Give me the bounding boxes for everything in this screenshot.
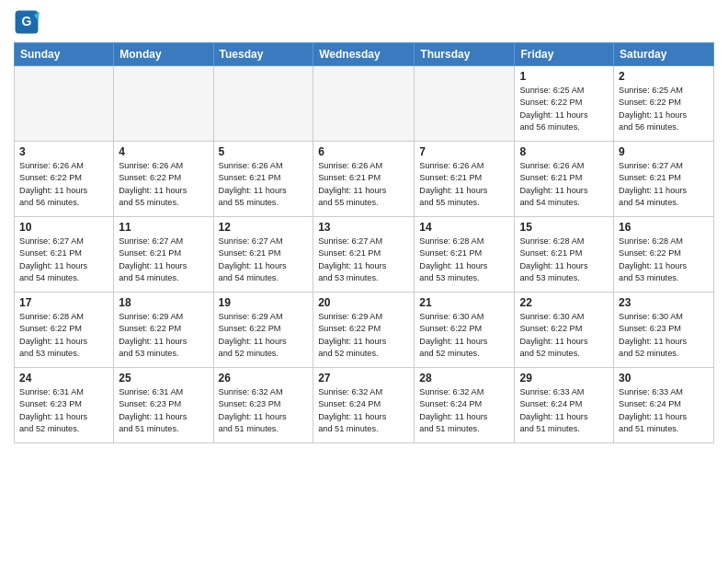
- day-number: 26: [219, 372, 309, 385]
- day-cell: 6Sunrise: 6:26 AM Sunset: 6:21 PM Daylig…: [313, 142, 415, 217]
- weekday-header-saturday: Saturday: [614, 43, 714, 66]
- day-cell: 1Sunrise: 6:25 AM Sunset: 6:22 PM Daylig…: [515, 66, 614, 142]
- day-info: Sunrise: 6:28 AM Sunset: 6:21 PM Dayligh…: [419, 236, 487, 282]
- day-info: Sunrise: 6:27 AM Sunset: 6:21 PM Dayligh…: [119, 236, 187, 282]
- day-cell: 23Sunrise: 6:30 AM Sunset: 6:23 PM Dayli…: [614, 293, 714, 368]
- day-number: 14: [419, 221, 509, 234]
- day-info: Sunrise: 6:25 AM Sunset: 6:22 PM Dayligh…: [519, 86, 587, 132]
- day-cell: 7Sunrise: 6:26 AM Sunset: 6:21 PM Daylig…: [415, 142, 515, 217]
- day-info: Sunrise: 6:28 AM Sunset: 6:21 PM Dayligh…: [519, 236, 587, 282]
- day-number: 27: [318, 372, 409, 385]
- weekday-header-row: SundayMondayTuesdayWednesdayThursdayFrid…: [15, 43, 714, 66]
- day-cell: 18Sunrise: 6:29 AM Sunset: 6:22 PM Dayli…: [114, 293, 213, 368]
- day-cell: 2Sunrise: 6:25 AM Sunset: 6:22 PM Daylig…: [614, 66, 714, 142]
- day-info: Sunrise: 6:32 AM Sunset: 6:24 PM Dayligh…: [419, 387, 487, 433]
- day-number: 9: [619, 145, 709, 158]
- week-row-1: 1Sunrise: 6:25 AM Sunset: 6:22 PM Daylig…: [15, 66, 714, 142]
- logo-icon: G: [14, 9, 40, 35]
- day-number: 1: [519, 70, 609, 83]
- day-cell: [213, 66, 313, 142]
- day-cell: 13Sunrise: 6:27 AM Sunset: 6:21 PM Dayli…: [313, 217, 415, 293]
- weekday-header-wednesday: Wednesday: [313, 43, 415, 66]
- day-cell: 16Sunrise: 6:28 AM Sunset: 6:22 PM Dayli…: [614, 217, 714, 293]
- day-cell: 24Sunrise: 6:31 AM Sunset: 6:23 PM Dayli…: [15, 368, 114, 443]
- day-number: 4: [119, 145, 208, 158]
- day-number: 23: [619, 296, 709, 309]
- day-number: 28: [419, 372, 509, 385]
- day-number: 8: [519, 145, 609, 158]
- day-number: 15: [519, 221, 609, 234]
- day-cell: 12Sunrise: 6:27 AM Sunset: 6:21 PM Dayli…: [213, 217, 313, 293]
- day-cell: [15, 66, 114, 142]
- weekday-header-tuesday: Tuesday: [213, 43, 313, 66]
- day-number: 11: [119, 221, 208, 234]
- day-cell: 20Sunrise: 6:29 AM Sunset: 6:22 PM Dayli…: [313, 293, 415, 368]
- day-number: 3: [19, 145, 108, 158]
- day-info: Sunrise: 6:33 AM Sunset: 6:24 PM Dayligh…: [619, 387, 687, 433]
- week-row-2: 3Sunrise: 6:26 AM Sunset: 6:22 PM Daylig…: [15, 142, 714, 217]
- day-number: 10: [19, 221, 108, 234]
- day-info: Sunrise: 6:26 AM Sunset: 6:21 PM Dayligh…: [219, 161, 287, 207]
- day-info: Sunrise: 6:31 AM Sunset: 6:23 PM Dayligh…: [119, 387, 187, 433]
- day-cell: 22Sunrise: 6:30 AM Sunset: 6:22 PM Dayli…: [515, 293, 614, 368]
- day-info: Sunrise: 6:29 AM Sunset: 6:22 PM Dayligh…: [119, 312, 187, 358]
- day-info: Sunrise: 6:29 AM Sunset: 6:22 PM Dayligh…: [318, 312, 386, 358]
- day-cell: 5Sunrise: 6:26 AM Sunset: 6:21 PM Daylig…: [213, 142, 313, 217]
- day-number: 17: [19, 296, 108, 309]
- day-number: 18: [119, 296, 208, 309]
- day-info: Sunrise: 6:27 AM Sunset: 6:21 PM Dayligh…: [19, 236, 87, 282]
- calendar: SundayMondayTuesdayWednesdayThursdayFrid…: [14, 42, 714, 443]
- weekday-header-friday: Friday: [515, 43, 614, 66]
- day-number: 2: [619, 70, 709, 83]
- day-info: Sunrise: 6:26 AM Sunset: 6:22 PM Dayligh…: [119, 161, 187, 207]
- day-info: Sunrise: 6:32 AM Sunset: 6:23 PM Dayligh…: [219, 387, 287, 433]
- day-number: 25: [119, 372, 208, 385]
- day-info: Sunrise: 6:26 AM Sunset: 6:21 PM Dayligh…: [519, 161, 587, 207]
- day-cell: 9Sunrise: 6:27 AM Sunset: 6:21 PM Daylig…: [614, 142, 714, 217]
- day-number: 29: [519, 372, 609, 385]
- day-number: 12: [219, 221, 309, 234]
- day-number: 13: [318, 221, 409, 234]
- day-number: 20: [318, 296, 409, 309]
- day-info: Sunrise: 6:28 AM Sunset: 6:22 PM Dayligh…: [619, 236, 687, 282]
- day-cell: 17Sunrise: 6:28 AM Sunset: 6:22 PM Dayli…: [15, 293, 114, 368]
- day-info: Sunrise: 6:25 AM Sunset: 6:22 PM Dayligh…: [619, 86, 687, 132]
- day-info: Sunrise: 6:26 AM Sunset: 6:22 PM Dayligh…: [19, 161, 87, 207]
- day-cell: [114, 66, 213, 142]
- weekday-header-monday: Monday: [114, 43, 213, 66]
- day-info: Sunrise: 6:28 AM Sunset: 6:22 PM Dayligh…: [19, 312, 87, 358]
- logo: G: [14, 9, 42, 35]
- weekday-header-sunday: Sunday: [15, 43, 114, 66]
- day-number: 21: [419, 296, 509, 309]
- day-info: Sunrise: 6:30 AM Sunset: 6:23 PM Dayligh…: [619, 312, 687, 358]
- day-number: 5: [219, 145, 309, 158]
- day-info: Sunrise: 6:27 AM Sunset: 6:21 PM Dayligh…: [219, 236, 287, 282]
- day-cell: 10Sunrise: 6:27 AM Sunset: 6:21 PM Dayli…: [15, 217, 114, 293]
- day-number: 6: [318, 145, 409, 158]
- day-info: Sunrise: 6:31 AM Sunset: 6:23 PM Dayligh…: [19, 387, 87, 433]
- day-cell: 29Sunrise: 6:33 AM Sunset: 6:24 PM Dayli…: [515, 368, 614, 443]
- day-number: 30: [619, 372, 709, 385]
- day-cell: 26Sunrise: 6:32 AM Sunset: 6:23 PM Dayli…: [213, 368, 313, 443]
- day-cell: 8Sunrise: 6:26 AM Sunset: 6:21 PM Daylig…: [515, 142, 614, 217]
- day-cell: [415, 66, 515, 142]
- week-row-5: 24Sunrise: 6:31 AM Sunset: 6:23 PM Dayli…: [15, 368, 714, 443]
- day-number: 22: [519, 296, 609, 309]
- day-cell: 25Sunrise: 6:31 AM Sunset: 6:23 PM Dayli…: [114, 368, 213, 443]
- weekday-header-thursday: Thursday: [415, 43, 515, 66]
- day-info: Sunrise: 6:27 AM Sunset: 6:21 PM Dayligh…: [619, 161, 687, 207]
- day-info: Sunrise: 6:33 AM Sunset: 6:24 PM Dayligh…: [519, 387, 587, 433]
- page: G SundayMondayTuesdayWednesdayThursdayFr…: [0, 0, 728, 563]
- day-number: 16: [619, 221, 709, 234]
- day-cell: [313, 66, 415, 142]
- day-info: Sunrise: 6:26 AM Sunset: 6:21 PM Dayligh…: [318, 161, 386, 207]
- week-row-4: 17Sunrise: 6:28 AM Sunset: 6:22 PM Dayli…: [15, 293, 714, 368]
- day-cell: 30Sunrise: 6:33 AM Sunset: 6:24 PM Dayli…: [614, 368, 714, 443]
- week-row-3: 10Sunrise: 6:27 AM Sunset: 6:21 PM Dayli…: [15, 217, 714, 293]
- day-number: 7: [419, 145, 509, 158]
- day-number: 19: [219, 296, 309, 309]
- day-cell: 27Sunrise: 6:32 AM Sunset: 6:24 PM Dayli…: [313, 368, 415, 443]
- day-info: Sunrise: 6:29 AM Sunset: 6:22 PM Dayligh…: [219, 312, 287, 358]
- day-cell: 15Sunrise: 6:28 AM Sunset: 6:21 PM Dayli…: [515, 217, 614, 293]
- svg-text:G: G: [22, 14, 32, 29]
